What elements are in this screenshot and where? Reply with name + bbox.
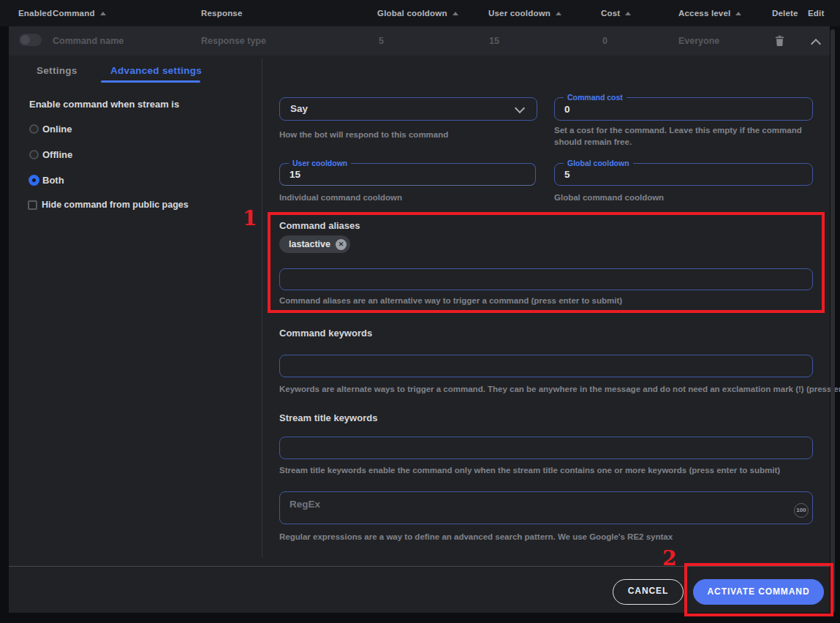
regex-input[interactable] bbox=[280, 492, 812, 524]
user-cooldown-caption: Individual command cooldown bbox=[279, 192, 402, 204]
radio-both[interactable] bbox=[29, 175, 39, 186]
trash-icon[interactable] bbox=[775, 35, 784, 47]
col-command[interactable]: Command bbox=[53, 0, 106, 26]
activate-command-button[interactable]: ACTIVATE COMMAND bbox=[693, 579, 824, 605]
command-cost-caption: Set a cost for the command. Leave this e… bbox=[554, 125, 820, 148]
tab-advanced-settings[interactable]: Advanced settings bbox=[110, 65, 202, 76]
col-response: Response bbox=[201, 0, 243, 26]
col-delete: Delete bbox=[772, 0, 798, 26]
col-edit: Edit bbox=[808, 0, 825, 26]
command-cost-field: Command cost bbox=[554, 97, 813, 121]
command-keywords-input[interactable] bbox=[280, 355, 812, 377]
command-keywords-label: Command keywords bbox=[279, 328, 372, 339]
radio-online-label[interactable]: Online bbox=[42, 124, 72, 135]
radio-offline-label[interactable]: Offline bbox=[42, 149, 72, 160]
col-global-cooldown[interactable]: Global cooldown bbox=[377, 0, 458, 26]
user-cooldown-field: User cooldown bbox=[279, 163, 536, 186]
stream-title-keywords-field bbox=[279, 437, 813, 459]
enabled-toggle[interactable] bbox=[19, 34, 42, 46]
command-aliases-caption: Command aliases are an alternative way t… bbox=[279, 295, 622, 307]
command-keywords-caption: Keywords are alternate ways to trigger a… bbox=[279, 384, 840, 396]
sort-asc-icon bbox=[735, 12, 741, 15]
radio-offline[interactable] bbox=[29, 150, 39, 159]
col-enabled: Enabled bbox=[18, 0, 52, 26]
global-cooldown-field: Global cooldown bbox=[554, 163, 813, 186]
response-type-placeholder: Response type bbox=[201, 26, 266, 56]
remove-alias-icon[interactable]: ✕ bbox=[336, 239, 347, 250]
global-cooldown-label: Global cooldown bbox=[564, 159, 633, 168]
command-aliases-field bbox=[279, 268, 813, 290]
command-aliases-label: Command aliases bbox=[279, 220, 360, 231]
command-name-placeholder: Command name bbox=[53, 26, 124, 56]
footer-divider bbox=[9, 566, 830, 567]
commands-page: Enabled Command Response Global cooldown… bbox=[0, 0, 840, 623]
hide-command-checkbox[interactable] bbox=[28, 200, 37, 210]
stream-title-keywords-input[interactable] bbox=[280, 437, 812, 458]
regex-char-counter: 100 bbox=[794, 503, 809, 518]
sort-asc-icon bbox=[625, 12, 631, 15]
col-access-level[interactable]: Access level bbox=[678, 0, 741, 26]
row-cost-value: 0 bbox=[602, 26, 608, 56]
stream-title-keywords-label: Stream title keywords bbox=[279, 412, 377, 423]
user-cooldown-label: User cooldown bbox=[289, 159, 351, 168]
response-type-select[interactable]: Say bbox=[279, 97, 537, 121]
response-type-value: Say bbox=[290, 98, 308, 120]
column-divider bbox=[262, 58, 262, 557]
hide-command-label[interactable]: Hide command from public pages bbox=[42, 200, 189, 210]
regex-caption: Regular expressions are a way to define … bbox=[279, 532, 673, 543]
radio-both-label[interactable]: Both bbox=[42, 175, 64, 186]
row-access-level-value: Everyone bbox=[678, 26, 719, 56]
toggle-knob bbox=[20, 35, 30, 45]
active-tab-indicator bbox=[101, 80, 200, 83]
tab-settings[interactable]: Settings bbox=[37, 65, 77, 76]
sort-asc-icon bbox=[556, 12, 561, 15]
cancel-button[interactable]: CANCEL bbox=[613, 579, 684, 605]
row-global-cooldown-value: 5 bbox=[379, 26, 384, 56]
alias-chip: lastactive ✕ bbox=[279, 235, 350, 253]
col-user-cooldown[interactable]: User cooldown bbox=[488, 0, 561, 26]
command-cost-label: Command cost bbox=[564, 93, 627, 102]
command-aliases-input[interactable] bbox=[280, 269, 812, 290]
alias-chip-text: lastactive bbox=[289, 239, 330, 249]
radio-online[interactable] bbox=[29, 124, 39, 134]
chevron-down-icon bbox=[515, 103, 525, 113]
regex-field bbox=[279, 491, 813, 524]
sort-asc-icon bbox=[100, 12, 106, 15]
row-user-cooldown-value: 15 bbox=[489, 26, 499, 56]
command-keywords-field bbox=[279, 355, 813, 377]
scrollbar-thumb[interactable] bbox=[830, 29, 835, 613]
table-header: Enabled Command Response Global cooldown… bbox=[0, 0, 840, 26]
response-type-caption: How the bot will respond to this command bbox=[279, 129, 448, 141]
stream-title-keywords-caption: Stream title keywords enable the command… bbox=[279, 465, 780, 477]
sort-asc-icon bbox=[453, 12, 458, 15]
stream-state-label: Enable command when stream is bbox=[29, 99, 179, 110]
col-cost[interactable]: Cost bbox=[601, 0, 631, 26]
global-cooldown-caption: Global command cooldown bbox=[554, 192, 664, 204]
